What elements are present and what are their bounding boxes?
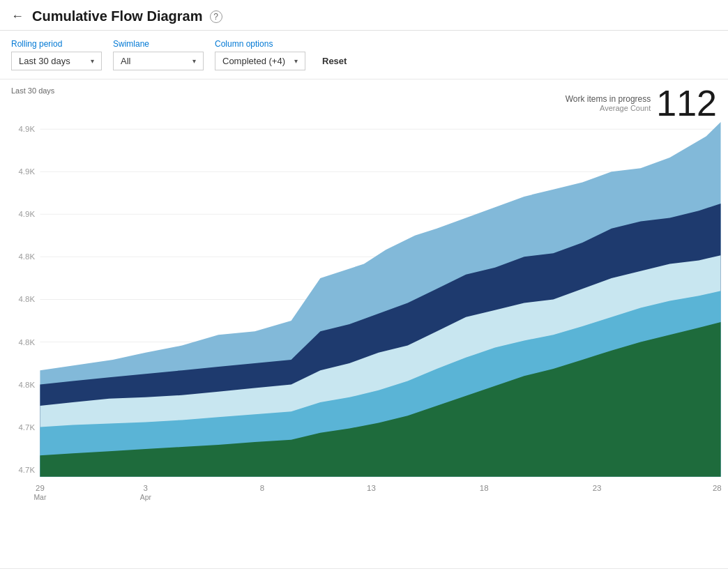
rolling-period-dropdown[interactable]: Last 30 days ▾: [11, 52, 102, 70]
svg-text:3: 3: [144, 484, 148, 492]
swimlane-label: Swimlane: [113, 39, 204, 49]
svg-text:18: 18: [480, 484, 489, 492]
reset-button[interactable]: Reset: [317, 52, 352, 70]
page-title: Cumulative Flow Diagram: [32, 8, 203, 24]
chart-svg-wrapper: 4.9K 4.9K 4.9K 4.8K 4.8K 4.8K 4.8K 4.7K …: [0, 79, 728, 526]
svg-text:4.7K: 4.7K: [19, 466, 36, 474]
svg-text:28: 28: [713, 484, 722, 492]
rolling-period-group: Rolling period Last 30 days ▾: [11, 39, 102, 70]
work-items-main-label: Work items in progress: [566, 94, 651, 104]
controls-bar: Rolling period Last 30 days ▾ Swimlane A…: [0, 31, 728, 79]
svg-text:13: 13: [367, 484, 376, 492]
svg-text:29: 29: [36, 484, 45, 492]
page-header: ← Cumulative Flow Diagram ?: [0, 0, 728, 31]
svg-text:4.9K: 4.9K: [19, 167, 36, 176]
column-options-label: Column options: [215, 39, 305, 49]
cfd-chart: 4.9K 4.9K 4.9K 4.8K 4.8K 4.8K 4.8K 4.7K …: [0, 79, 728, 526]
swimlane-group: Swimlane All ▾: [113, 39, 204, 70]
chart-area: Last 30 days Work items in progress Aver…: [0, 79, 728, 568]
rolling-period-value: Last 30 days: [19, 56, 70, 66]
svg-text:23: 23: [593, 484, 602, 492]
column-options-arrow: ▾: [294, 57, 298, 65]
help-icon[interactable]: ?: [210, 10, 222, 23]
svg-text:4.9K: 4.9K: [19, 125, 36, 133]
chart-period-label: Last 30 days: [11, 86, 54, 95]
work-items-count: 112: [656, 85, 717, 121]
svg-text:4.8K: 4.8K: [19, 296, 36, 304]
svg-text:4.8K: 4.8K: [19, 338, 36, 347]
swimlane-arrow: ▾: [192, 57, 196, 65]
work-items-info: Work items in progress Average Count 112: [566, 85, 717, 121]
svg-text:4.7K: 4.7K: [19, 423, 36, 432]
back-button[interactable]: ←: [11, 9, 24, 24]
work-items-label: Work items in progress Average Count: [566, 94, 651, 112]
rolling-period-arrow: ▾: [91, 57, 94, 65]
svg-text:4.9K: 4.9K: [19, 211, 36, 219]
swimlane-value: All: [121, 56, 130, 66]
svg-text:4.8K: 4.8K: [19, 253, 36, 261]
svg-text:8: 8: [260, 484, 264, 492]
rolling-period-label: Rolling period: [11, 39, 102, 49]
swimlane-dropdown[interactable]: All ▾: [113, 52, 204, 70]
svg-text:Mar: Mar: [33, 494, 47, 501]
column-options-group: Column options Completed (+4) ▾: [215, 39, 305, 70]
chart-legend: Completed In Review In Progress Committe…: [0, 568, 728, 571]
column-options-value: Completed (+4): [222, 56, 285, 66]
svg-text:Apr: Apr: [140, 494, 152, 501]
work-items-sub-label: Average Count: [566, 104, 651, 112]
column-options-dropdown[interactable]: Completed (+4) ▾: [215, 52, 305, 70]
svg-text:4.8K: 4.8K: [19, 381, 36, 389]
